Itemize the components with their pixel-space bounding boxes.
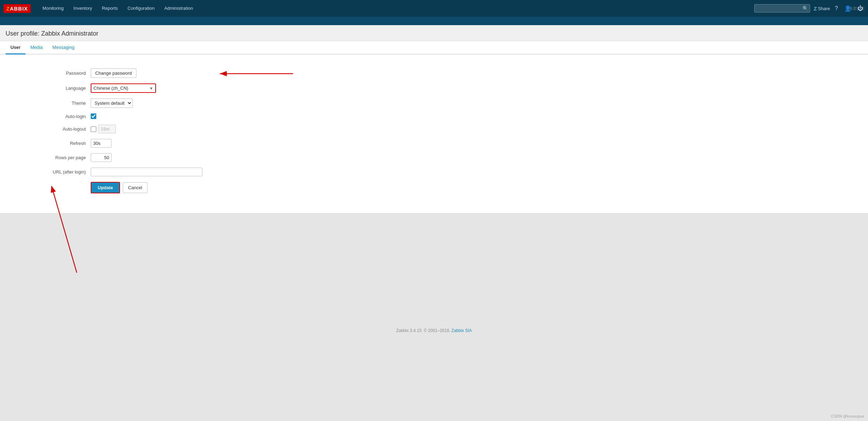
main-content: Password Change password Language Chines…: [0, 54, 868, 213]
refresh-row: Refresh: [42, 139, 861, 148]
navbar-right: 🔍 Z Share ? 👤 ⏻ 集群监控: [754, 4, 865, 13]
rows-per-page-row: Rows per page: [42, 153, 861, 162]
logo-z: Z: [6, 6, 10, 12]
search-icon[interactable]: 🔍: [802, 6, 808, 11]
url-label: URL (after login): [42, 169, 91, 175]
footer-copyright: Zabbix 3.4.15. © 2001–2018,: [396, 328, 450, 333]
autologin-checkbox[interactable]: [91, 113, 96, 119]
tabs-bar: User Media Messaging: [0, 41, 868, 54]
url-row: URL (after login): [42, 168, 861, 176]
autologout-label: Auto-logout: [42, 126, 91, 132]
share-z-icon: Z: [814, 6, 817, 12]
search-wrap: 🔍: [754, 4, 810, 13]
language-label: Language: [42, 86, 91, 91]
rows-per-page-label: Rows per page: [42, 155, 91, 160]
tab-media[interactable]: Media: [25, 41, 47, 54]
nav-configuration[interactable]: Configuration: [123, 0, 159, 17]
language-select[interactable]: Chinese (zh_CN) English (en_US) French (…: [91, 84, 147, 92]
theme-row: Theme System default Blue Dark: [42, 98, 861, 108]
tab-messaging[interactable]: Messaging: [47, 41, 79, 54]
search-input[interactable]: [754, 4, 810, 13]
autologout-value-input[interactable]: [98, 125, 116, 133]
autologin-row: Auto-login: [42, 113, 861, 119]
navbar: ZABBIX Monitoring Inventory Reports Conf…: [0, 0, 868, 17]
password-row: Password Change password: [42, 68, 861, 78]
url-input[interactable]: [91, 168, 202, 176]
autologout-row: Auto-logout: [42, 125, 861, 133]
language-select-outer: Chinese (zh_CN) English (en_US) French (…: [91, 83, 156, 93]
password-label: Password: [42, 71, 91, 76]
rows-per-page-input[interactable]: [91, 153, 112, 162]
corner-text: 集群监控: [849, 6, 865, 11]
page-header: User profile: Zabbix Administrator: [0, 25, 868, 41]
autologout-checkbox[interactable]: [91, 126, 96, 132]
footer-link[interactable]: Zabbix SIA: [451, 328, 472, 333]
logo[interactable]: ZABBIX: [3, 4, 31, 13]
cancel-button[interactable]: Cancel: [123, 182, 147, 193]
content-wrapper: Password Change password Language Chines…: [7, 68, 861, 193]
footer-text: Zabbix 3.4.15. © 2001–2018, Zabbix SIA: [396, 328, 472, 339]
share-label: Share: [818, 6, 830, 11]
update-button[interactable]: Update: [91, 182, 120, 193]
chevron-down-icon: ▼: [147, 86, 155, 90]
nav-monitoring[interactable]: Monitoring: [38, 0, 69, 17]
change-password-button[interactable]: Change password: [91, 68, 136, 78]
tab-user[interactable]: User: [6, 41, 25, 54]
autologin-label: Auto-login: [42, 114, 91, 119]
page-title: User profile: Zabbix Administrator: [6, 30, 862, 37]
nav-links: Monitoring Inventory Reports Configurati…: [38, 0, 198, 17]
action-buttons-row: Update Cancel: [42, 182, 861, 193]
nav-reports[interactable]: Reports: [97, 0, 123, 17]
nav-inventory[interactable]: Inventory: [69, 0, 97, 17]
page-footer: Zabbix 3.4.15. © 2001–2018, Zabbix SIA: [0, 213, 868, 346]
refresh-label: Refresh: [42, 141, 91, 146]
nav-administration[interactable]: Administration: [159, 0, 198, 17]
sub-header: [0, 17, 868, 25]
share-button[interactable]: Z Share: [814, 6, 830, 12]
theme-label: Theme: [42, 101, 91, 106]
language-row: Language Chinese (zh_CN) English (en_US)…: [42, 83, 861, 93]
refresh-input[interactable]: [91, 139, 112, 148]
user-form: Password Change password Language Chines…: [42, 68, 861, 193]
help-icon[interactable]: ?: [833, 5, 839, 12]
theme-select[interactable]: System default Blue Dark: [91, 98, 133, 108]
